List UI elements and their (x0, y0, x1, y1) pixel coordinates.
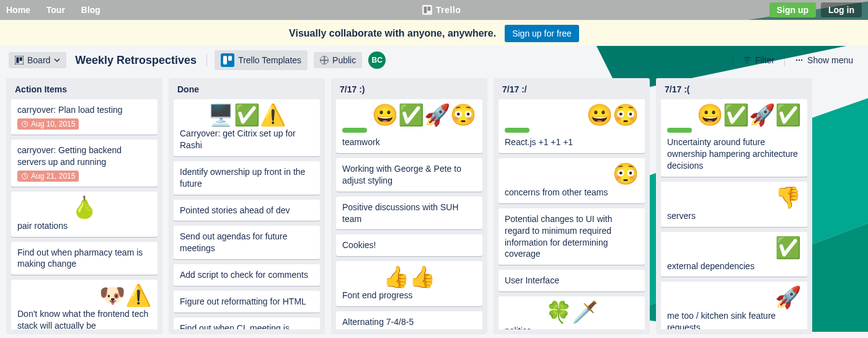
promo-signup-button[interactable]: Sign up for free (505, 25, 579, 42)
list[interactable]: Action Itemscarryover: Plan load testing… (6, 78, 162, 334)
list[interactable]: 7/17 :)😀✅🚀😳teamworkWorking with George &… (331, 78, 487, 334)
list[interactable]: Done🖥️✅⚠️Carryover: get Citrix set up fo… (169, 78, 325, 334)
card[interactable]: carryover: Plan load testingAug 10, 2015 (11, 99, 157, 135)
list-cards: carryover: Plan load testingAug 10, 2015… (11, 99, 157, 329)
chevron-down-icon (54, 57, 60, 63)
card-title: Find out when CL meeting is (180, 322, 314, 329)
card[interactable]: 👎servers (661, 182, 807, 227)
card[interactable]: 🖥️✅⚠️Carryover: get Citrix set up for Ra… (174, 99, 320, 156)
view-switcher[interactable]: Board (9, 52, 66, 68)
card-stickers: 🍐 (17, 197, 151, 218)
brand-logo: Trello (114, 5, 769, 15)
card[interactable]: 👍👍Font end progress (336, 261, 482, 306)
list[interactable]: 7/17 :(😀✅🚀✅Uncertainty around future own… (656, 78, 812, 334)
card-title: carryover: Getting backend servers up an… (17, 145, 151, 168)
card[interactable]: Alternating 7-4/8-5 (336, 311, 482, 329)
card-stickers: 😀😳 (505, 104, 639, 125)
list-title[interactable]: 7/17 :/ (498, 83, 645, 99)
card[interactable]: Positive discussions with SUH team (336, 197, 482, 230)
card[interactable]: carryover: Getting backend servers up an… (11, 140, 157, 187)
login-button[interactable]: Log in (821, 2, 862, 17)
sticker-icon: 😀😳 (587, 104, 639, 125)
sticker-icon: 😀✅🚀✅ (697, 104, 801, 125)
sticker-icon: 👎 (775, 187, 801, 208)
clock-icon (21, 120, 29, 128)
card[interactable]: Pointed stories ahead of dev (174, 200, 320, 221)
card-stickers: 🖥️✅⚠️ (180, 104, 314, 125)
card-stickers: 😀✅🚀😳 (342, 104, 476, 125)
card-title: external dependencies (667, 260, 801, 272)
card-title: Working with George & Pete to adjust sty… (342, 163, 476, 187)
card[interactable]: 😀😳React.js +1 +1 +1 (498, 99, 645, 153)
board-header: Board Weekly Retrospectives Trello Templ… (0, 46, 868, 74)
board-icon (15, 56, 24, 64)
globe-icon (320, 56, 329, 64)
card-title: Potential changes to UI with regard to m… (505, 213, 639, 260)
card-title: Don't know what the frontend tech stack … (17, 308, 151, 329)
card-label[interactable] (342, 128, 367, 133)
card[interactable]: 🚀me too / kitchen sink feature requests (661, 282, 807, 329)
show-menu-button[interactable]: Show menu (789, 51, 859, 69)
card-stickers: 🍀🗡️ (505, 301, 639, 322)
card-label[interactable] (505, 128, 529, 133)
card[interactable]: 🍀🗡️politics (498, 296, 645, 329)
card-title: politics (505, 325, 639, 329)
card-title: teamwork (342, 136, 476, 148)
nav-blog[interactable]: Blog (81, 5, 100, 15)
board-header-right: Filter Show menu (731, 51, 859, 69)
card[interactable]: Potential changes to UI with regard to m… (498, 208, 645, 265)
card-title: Pointed stories ahead of dev (180, 205, 314, 216)
sticker-icon: 👍👍 (383, 266, 435, 287)
card-title: me too / kitchen sink feature requests (667, 310, 801, 329)
card[interactable]: ✅external dependencies (661, 232, 807, 277)
list-cards: 😀✅🚀😳teamworkWorking with George & Pete t… (336, 99, 482, 329)
member-avatar[interactable]: BC (368, 51, 386, 69)
card[interactable]: 😀✅🚀😳teamwork (336, 99, 482, 153)
card[interactable]: Add script to check for comments (174, 264, 320, 286)
card[interactable]: Find out when pharmacy team is making ch… (11, 242, 157, 275)
due-date-badge[interactable]: Aug 21, 2015 (17, 171, 79, 182)
card[interactable]: Cookies! (336, 234, 482, 256)
card-title: pair rotations (17, 220, 151, 232)
card-label[interactable] (667, 128, 692, 133)
signup-button[interactable]: Sign up (769, 2, 816, 17)
card[interactable]: 😳concerns from other teams (498, 158, 645, 203)
card-title: Uncertainty around future ownership hamp… (667, 136, 801, 172)
dots-icon (795, 56, 804, 64)
svg-point-11 (801, 60, 802, 61)
list-title[interactable]: 7/17 :( (661, 83, 807, 99)
sticker-icon: 😳 (613, 163, 639, 184)
filter-button[interactable]: Filter (737, 51, 781, 69)
svg-rect-3 (422, 5, 432, 15)
svg-point-9 (796, 60, 797, 61)
nav-tour[interactable]: Tour (46, 5, 65, 15)
card[interactable]: 🍐pair rotations (11, 192, 157, 237)
templates-button[interactable]: Trello Templates (215, 50, 308, 70)
svg-rect-7 (16, 57, 19, 63)
card[interactable]: Find out when CL meeting is (174, 318, 320, 329)
visibility-button[interactable]: Public (314, 52, 362, 68)
card-stickers: 👎 (667, 187, 801, 208)
list[interactable]: 7/17 :/😀😳React.js +1 +1 +1😳concerns from… (494, 78, 650, 334)
sticker-icon: 🍀🗡️ (546, 301, 598, 322)
due-date-badge[interactable]: Aug 10, 2015 (17, 118, 79, 130)
list-cards: 😀😳React.js +1 +1 +1😳concerns from other … (498, 99, 645, 329)
filter-icon (743, 56, 751, 64)
nav-home[interactable]: Home (6, 5, 30, 15)
card-title: React.js +1 +1 +1 (505, 136, 639, 148)
svg-rect-6 (15, 56, 24, 64)
card-title: concerns from other teams (505, 187, 639, 198)
clock-icon (21, 172, 29, 180)
list-title[interactable]: Done (174, 83, 320, 99)
card[interactable]: 😀✅🚀✅Uncertainty around future ownership … (661, 99, 807, 177)
card[interactable]: Identify ownership up front in the futur… (174, 161, 320, 195)
card[interactable]: Send out agendas for future meetings (174, 226, 320, 259)
list-title[interactable]: 7/17 :) (336, 83, 482, 99)
board-title[interactable]: Weekly Retrospectives (73, 54, 199, 67)
list-title[interactable]: Action Items (11, 83, 157, 99)
card[interactable]: 🐶⚠️Don't know what the frontend tech sta… (11, 280, 157, 329)
card[interactable]: Figure out reformatting for HTML (174, 291, 320, 313)
card[interactable]: User Interface (498, 270, 645, 291)
board-canvas[interactable]: Action Itemscarryover: Plan load testing… (0, 74, 868, 338)
card[interactable]: Working with George & Pete to adjust sty… (336, 158, 482, 192)
